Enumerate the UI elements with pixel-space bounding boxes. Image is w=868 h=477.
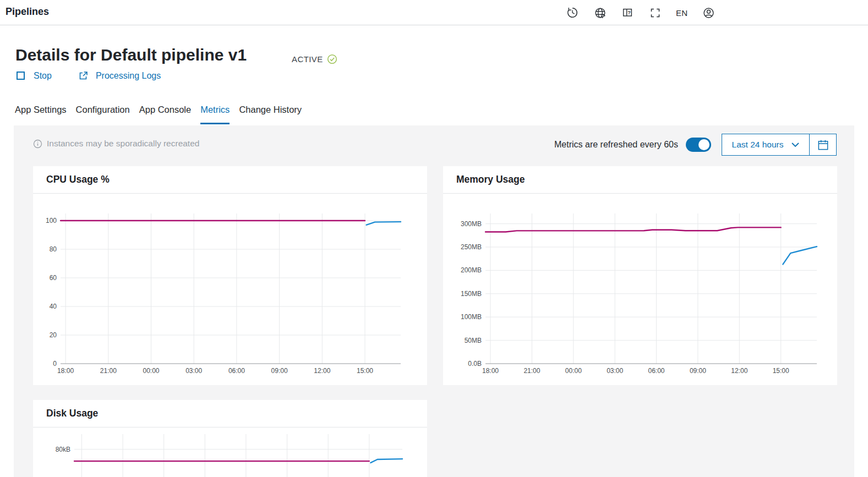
svg-text:200MB: 200MB <box>461 266 482 274</box>
disk-usage-card: Disk Usage 80kB <box>33 400 427 477</box>
language-selector[interactable]: EN <box>676 8 687 18</box>
svg-text:18:00: 18:00 <box>57 367 74 375</box>
time-range-dropdown[interactable]: Last 24 hours <box>722 134 809 155</box>
status-label: ACTIVE <box>292 54 323 64</box>
svg-text:100: 100 <box>46 217 57 224</box>
svg-text:80: 80 <box>50 245 57 253</box>
cpu-card-header: CPU Usage % <box>33 166 427 194</box>
info-text: Instances may be sporadically recreated <box>47 139 199 149</box>
app-bar-actions: ? EN <box>566 0 715 25</box>
cpu-chart-title: CPU Usage % <box>46 174 110 185</box>
svg-text:12:00: 12:00 <box>314 367 330 375</box>
stop-button[interactable]: Stop <box>34 71 52 81</box>
svg-text:18:00: 18:00 <box>482 367 499 375</box>
external-link-icon[interactable] <box>78 70 89 81</box>
svg-text:80kB: 80kB <box>56 446 70 453</box>
svg-text:40: 40 <box>50 303 57 310</box>
memory-usage-chart: 18:0021:0000:0003:0006:0009:0012:0015:00… <box>443 194 837 385</box>
svg-text:50MB: 50MB <box>465 337 482 344</box>
metrics-toolbar: Metrics are refreshed every 60s Last 24 … <box>554 134 837 156</box>
refresh-label: Metrics are refreshed every 60s <box>554 140 678 150</box>
history-icon[interactable] <box>566 6 579 19</box>
svg-text:12:00: 12:00 <box>731 367 747 375</box>
svg-text:03:00: 03:00 <box>185 367 202 375</box>
svg-text:100MB: 100MB <box>461 313 482 321</box>
page-title: Details for Default pipeline v1 <box>15 46 247 64</box>
app-title: Pipelines <box>6 6 49 18</box>
calendar-button[interactable] <box>809 134 836 155</box>
action-row: Stop Processing Logs <box>17 70 161 81</box>
svg-text:21:00: 21:00 <box>523 367 540 375</box>
toggle-knob <box>698 139 709 150</box>
svg-text:60: 60 <box>50 274 57 282</box>
metrics-panel: Instances may be sporadically recreated … <box>14 125 854 477</box>
time-range-value: Last 24 hours <box>732 140 784 150</box>
cpu-usage-card: CPU Usage % 18:0021:0000:0003:0006:0009:… <box>33 166 427 385</box>
svg-text:06:00: 06:00 <box>228 367 245 375</box>
fullscreen-icon[interactable] <box>648 6 662 19</box>
tab-bar: App Settings Configuration App Console M… <box>15 103 302 124</box>
disk-chart-title: Disk Usage <box>46 408 98 419</box>
tab-change-history[interactable]: Change History <box>239 103 302 124</box>
disk-usage-chart: 80kB <box>33 427 427 477</box>
tab-configuration[interactable]: Configuration <box>76 103 130 124</box>
svg-text:0.0B: 0.0B <box>468 360 482 368</box>
status-badge: ACTIVE <box>292 54 337 64</box>
svg-text:09:00: 09:00 <box>271 367 288 375</box>
documentation-icon[interactable]: ? <box>621 6 634 19</box>
info-row: Instances may be sporadically recreated <box>33 139 199 149</box>
status-check-icon <box>327 54 337 64</box>
stop-icon[interactable] <box>17 72 25 80</box>
svg-text:06:00: 06:00 <box>648 367 664 375</box>
svg-text:03:00: 03:00 <box>607 367 623 375</box>
svg-text:09:00: 09:00 <box>690 367 706 375</box>
svg-text:00:00: 00:00 <box>565 367 582 375</box>
info-icon <box>33 139 42 149</box>
calendar-icon <box>817 139 829 151</box>
tab-app-console[interactable]: App Console <box>139 103 191 124</box>
svg-text:?: ? <box>627 10 631 15</box>
memory-usage-card: Memory Usage 18:0021:0000:0003:0006:0009… <box>443 166 837 385</box>
chevron-down-icon <box>791 142 799 147</box>
svg-text:21:00: 21:00 <box>100 367 117 375</box>
tab-app-settings[interactable]: App Settings <box>15 103 67 124</box>
app-bar: Pipelines ? <box>0 0 868 25</box>
time-range-group: Last 24 hours <box>722 134 837 156</box>
svg-text:0: 0 <box>53 360 57 368</box>
tab-metrics[interactable]: Metrics <box>200 103 230 124</box>
cpu-usage-chart: 18:0021:0000:0003:0006:0009:0012:0015:00… <box>33 194 427 385</box>
svg-text:15:00: 15:00 <box>773 367 789 375</box>
refresh-toggle[interactable] <box>686 138 711 152</box>
svg-text:15:00: 15:00 <box>357 367 373 375</box>
svg-text:250MB: 250MB <box>461 243 482 251</box>
memory-chart-title: Memory Usage <box>456 174 525 185</box>
memory-card-header: Memory Usage <box>443 166 837 194</box>
disk-card-header: Disk Usage <box>33 400 427 427</box>
processing-logs-link[interactable]: Processing Logs <box>96 71 161 81</box>
svg-text:300MB: 300MB <box>461 220 482 228</box>
user-account-icon[interactable] <box>702 6 715 19</box>
svg-text:150MB: 150MB <box>461 290 482 298</box>
svg-text:20: 20 <box>50 331 57 339</box>
svg-text:00:00: 00:00 <box>143 367 159 375</box>
language-globe-icon[interactable] <box>593 6 607 19</box>
